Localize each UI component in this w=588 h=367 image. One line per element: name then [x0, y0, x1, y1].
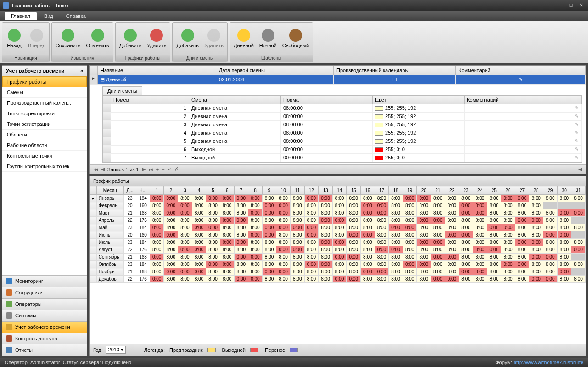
nav-item[interactable]: Сотрудники	[2, 287, 87, 298]
forum-link[interactable]: http://www.armotimex.ru/forum/	[514, 360, 583, 365]
schedules-panel: Название Дата первой смены Производствен…	[89, 65, 586, 174]
col-date[interactable]: Дата первой смены	[216, 66, 334, 75]
calendar-title: График работы	[90, 176, 586, 186]
tpl-free-button[interactable]: Свободный	[280, 23, 312, 54]
collapse-icon[interactable]: «	[80, 68, 83, 73]
add-schedule-button[interactable]: Добавить	[117, 23, 145, 54]
pager-prev[interactable]: ◀	[101, 166, 105, 172]
sidebar-item[interactable]: Области	[2, 130, 87, 140]
nav-item[interactable]: Системы	[2, 310, 87, 321]
forward-button: Вперед	[25, 23, 48, 54]
app-icon	[3, 2, 9, 9]
sidebar-item[interactable]: Контрольные точки	[2, 151, 87, 161]
title-bar: Графики работы - Timex — □ ✕	[0, 0, 588, 11]
close-button[interactable]: ✕	[577, 2, 585, 9]
sidebar: Учет рабочего времени « Графики работыСм…	[2, 65, 87, 356]
pager: ⏮ ◀ Запись 1 из 1 ▶ ⏭ + − ✓ ✗ ◀	[90, 164, 586, 174]
delete-day-button: Удалить	[202, 23, 226, 54]
tpl-night-button[interactable]: Ночной	[257, 23, 280, 54]
pager-del[interactable]: −	[162, 167, 164, 172]
sidebar-header: Учет рабочего времени «	[2, 66, 87, 76]
legend: Год 2013 ▾ Легенда: Предпраздник Выходно…	[90, 344, 586, 356]
window-title: Графики работы - Timex	[12, 3, 68, 8]
delete-schedule-button[interactable]: Удалить	[144, 23, 169, 54]
shift-row[interactable]: 3Дневная смена08:00:00255; 255; 192✎	[103, 121, 582, 129]
maximize-button[interactable]: □	[567, 2, 575, 9]
save-button[interactable]: Сохранить	[53, 23, 84, 54]
add-day-button[interactable]: Добавить	[174, 23, 202, 54]
pager-last[interactable]: ⏭	[148, 167, 153, 172]
pager-add[interactable]: +	[156, 167, 159, 172]
tab-main[interactable]: Главная	[5, 12, 37, 20]
calendar-panel: График работы МесяцД...Ч...1234567891011…	[89, 176, 586, 356]
subtab-days[interactable]: Дни и смены	[102, 86, 142, 95]
ribbon: НазадВпередНавигацияСохранитьОтменитьИзм…	[0, 21, 588, 63]
nav-item[interactable]: Контроль доступа	[2, 333, 87, 344]
nav-item[interactable]: Учет рабочего времени	[2, 321, 87, 333]
sidebar-item[interactable]: Группы контрольных точек	[2, 161, 87, 172]
year-input[interactable]: 2013 ▾	[106, 346, 126, 354]
sidebar-item[interactable]: Смены	[2, 87, 87, 98]
sidebar-item[interactable]: Типы корректировки	[2, 108, 87, 119]
tpl-day-button[interactable]: Дневной	[231, 23, 257, 54]
calendar-table: МесяцД...Ч...123456789101112131415161718…	[90, 186, 586, 283]
pager-next[interactable]: ▶	[142, 166, 146, 172]
col-name[interactable]: Название	[98, 66, 216, 75]
menu-help[interactable]: Справка	[60, 12, 92, 20]
menu-view[interactable]: Вид	[38, 12, 60, 20]
col-comment[interactable]: Комментарий	[456, 66, 586, 75]
sidebar-item[interactable]: Графики работы	[2, 76, 87, 87]
shift-row[interactable]: 6Выходной00:00:00255; 0; 0✎	[103, 146, 582, 154]
sidebar-item[interactable]: Точки регистрации	[2, 119, 87, 130]
shift-row[interactable]: 1Дневная смена08:00:00255; 255; 192✎	[103, 104, 582, 113]
shift-row[interactable]: 7Выходной00:00:00255; 0; 0✎	[103, 154, 582, 162]
nav-item[interactable]: Отчеты	[2, 344, 87, 356]
col-cal[interactable]: Производственный календарь	[334, 66, 456, 75]
cancel-button[interactable]: Отменить	[84, 23, 112, 54]
sidebar-item[interactable]: Производственный кален...	[2, 98, 87, 108]
schedule-row[interactable]: ▸ ⊟ Дневной 02.01.2006 ☐ ✎	[90, 75, 586, 85]
shift-row[interactable]: 5Дневная смена08:00:00255; 255; 192✎	[103, 137, 582, 146]
pager-first[interactable]: ⏮	[93, 167, 98, 172]
status-bar: Оператор: Administrator Статус сервера: …	[0, 358, 588, 367]
minimize-button[interactable]: —	[557, 2, 565, 9]
nav-item[interactable]: Мониторинг	[2, 275, 87, 287]
nav-item[interactable]: Операторы	[2, 298, 87, 310]
sidebar-item[interactable]: Рабочие области	[2, 140, 87, 151]
shift-row[interactable]: 4Дневная смена08:00:00255; 255; 192✎	[103, 129, 582, 137]
menu-bar: Главная Вид Справка	[0, 11, 588, 21]
back-button[interactable]: Назад	[3, 23, 25, 54]
shift-row[interactable]: 2Дневная смена08:00:00255; 255; 192✎	[103, 113, 582, 121]
days-grid: Номер Смена Норма Цвет Комментарий 1Днев…	[102, 95, 582, 163]
